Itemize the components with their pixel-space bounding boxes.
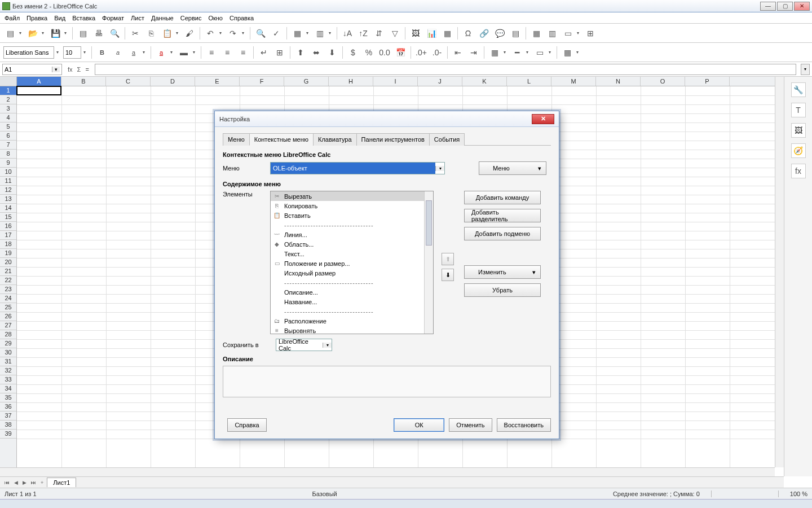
border-color-icon[interactable]: ▭ [533,46,546,59]
number-icon[interactable]: 0.0 [378,46,391,59]
row-headers[interactable]: 1234567891011121314151617181920212223242… [0,86,17,467]
col-header[interactable]: I [373,77,418,86]
save-in-combo[interactable]: LibreOffice Calc▾ [276,339,332,351]
save-icon[interactable]: 💾 [48,27,62,40]
undo-icon[interactable]: ↶ [204,27,217,40]
row-header[interactable]: 38 [0,421,16,430]
row-header[interactable]: 27 [0,321,16,330]
col-header[interactable]: K [462,77,507,86]
row-header[interactable]: 39 [0,430,16,439]
row-header[interactable]: 37 [0,411,16,421]
col-header[interactable]: C [106,77,151,86]
valign-bot-icon[interactable]: ⬇ [325,46,339,59]
list-item[interactable]: ---------------------------------- [271,306,433,316]
row-header[interactable]: 21 [0,267,16,276]
col-header[interactable]: J [418,77,462,86]
tab-last-icon[interactable]: ⏭ [30,480,37,485]
special-char-icon[interactable]: Ω [461,27,475,40]
list-item[interactable]: Описание... [271,287,433,297]
border-style-icon[interactable]: ━ [510,46,524,59]
menu-edit[interactable]: Правка [27,15,47,21]
row-header[interactable]: 12 [0,186,16,195]
list-item[interactable]: 〰Линия... [271,230,433,239]
tab-add-icon[interactable]: + [39,480,45,485]
list-item[interactable]: Исходный размер [271,268,433,278]
dialog-close-icon[interactable]: ✕ [532,114,554,124]
sidebar-gallery-icon[interactable]: 🖼 [791,123,806,138]
sheet-tab-1[interactable]: Лист1 [47,478,76,487]
image-icon[interactable]: 🖼 [409,27,422,40]
menu-help[interactable]: Справка [230,15,254,21]
redo-icon[interactable]: ↷ [226,27,240,40]
row-header[interactable]: 36 [0,402,16,411]
remove-button[interactable]: Убрать [464,283,541,297]
row-header[interactable]: 23 [0,285,16,294]
row-header[interactable]: 28 [0,330,16,339]
row-header[interactable]: 30 [0,348,16,357]
italic-icon[interactable]: a [111,46,125,59]
sum-icon[interactable]: Σ [77,66,81,73]
row-header[interactable]: 6 [0,132,16,141]
menu-insert[interactable]: Вставка [72,15,95,21]
row-header[interactable]: 14 [0,204,16,213]
horizontal-scrollbar[interactable] [0,467,775,476]
col-header[interactable]: M [551,77,596,86]
inc-dec-icon[interactable]: .0+ [414,46,428,59]
dec-indent-icon[interactable]: ⇤ [451,46,465,59]
add-submenu-button[interactable]: Добавить подменю [464,227,541,240]
menu-file[interactable]: Файл [5,15,20,21]
col-header[interactable]: B [61,77,106,86]
row-header[interactable]: 4 [0,113,16,122]
row-header[interactable]: 3 [0,104,16,113]
paste-icon[interactable]: 📋 [160,27,174,40]
list-item[interactable]: ---------------------------------- [271,278,433,287]
font-color-icon[interactable]: a [155,46,168,59]
font-name-combo[interactable]: Liberation Sans [3,46,54,59]
row-header[interactable]: 32 [0,366,16,375]
tab-events[interactable]: События [429,133,465,146]
align-right-icon[interactable]: ≡ [236,46,250,59]
list-item[interactable]: Название... [271,297,433,306]
move-up-icon[interactable]: ⬆ [442,253,454,265]
tab-context-menus[interactable]: Контекстные меню [249,133,314,146]
grid-icon[interactable]: ⊞ [584,27,597,40]
row-header[interactable]: 35 [0,393,16,402]
col-header[interactable]: H [329,77,373,86]
menu-tools[interactable]: Сервис [180,15,202,21]
col-header[interactable]: G [284,77,329,86]
row-header[interactable]: 31 [0,357,16,366]
menu-sheet[interactable]: Лист [131,15,144,21]
list-item[interactable]: ▭Положение и размер... [271,259,433,268]
row-header[interactable]: 26 [0,312,16,321]
sidebar-styles-icon[interactable]: T [791,103,806,117]
currency-icon[interactable]: $ [346,46,360,59]
window-icon[interactable]: ▭ [561,27,575,40]
list-item[interactable]: ◆Область... [271,239,433,249]
row-header[interactable]: 19 [0,249,16,258]
row-header[interactable]: 33 [0,375,16,384]
copy-icon[interactable]: ⎘ [144,27,158,40]
ok-button[interactable]: ОК [394,418,444,432]
dialog-titlebar[interactable]: Настройка ✕ [215,111,559,127]
row-icon[interactable]: ▦ [290,27,304,40]
pdf-icon[interactable]: ▤ [76,27,90,40]
font-size-combo[interactable]: 10 [63,46,81,59]
col-header[interactable]: F [240,77,284,86]
window-minimize[interactable]: — [760,2,776,11]
headers-icon[interactable]: ▤ [509,27,522,40]
chart-icon[interactable]: 📊 [425,27,438,40]
row-header[interactable]: 8 [0,150,16,159]
list-item[interactable]: 📋Вставить [271,211,433,220]
underline-icon[interactable]: a [127,46,140,59]
row-header[interactable]: 13 [0,195,16,204]
col-icon[interactable]: ▥ [313,27,326,40]
valign-mid-icon[interactable]: ⬌ [310,46,323,59]
col-header[interactable]: D [151,77,195,86]
tab-keyboard[interactable]: Клавиатура [313,133,357,146]
spellcheck-icon[interactable]: ✓ [270,27,283,40]
help-button[interactable]: Справка [227,418,267,432]
row-header[interactable]: 20 [0,258,16,267]
tab-next-icon[interactable]: ▶ [21,480,28,485]
print-icon[interactable]: 🖶 [92,27,105,40]
menu-window[interactable]: Окно [208,15,223,21]
